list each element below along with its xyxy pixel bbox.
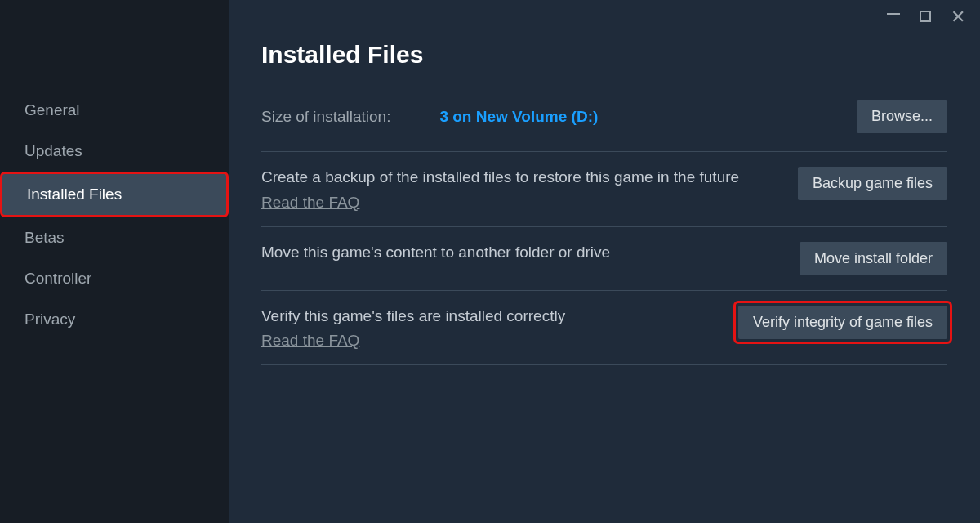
- verify-row: Verify this game's files are installed c…: [261, 291, 947, 365]
- sidebar-item-installed-files[interactable]: Installed Files: [0, 172, 229, 217]
- divider: [261, 364, 947, 365]
- sidebar-item-privacy[interactable]: Privacy: [0, 299, 229, 340]
- sidebar-item-label: Installed Files: [27, 186, 122, 203]
- sidebar-item-label: Updates: [24, 142, 82, 159]
- sidebar-item-label: Controller: [24, 270, 91, 287]
- browse-button[interactable]: Browse...: [857, 100, 947, 133]
- sidebar-item-general[interactable]: General: [0, 90, 229, 131]
- sidebar-item-label: General: [24, 101, 80, 118]
- verify-faq-link[interactable]: Read the FAQ: [261, 332, 359, 350]
- sidebar-item-label: Privacy: [24, 311, 75, 328]
- close-button[interactable]: ✕: [951, 8, 965, 26]
- page-title: Installed Files: [261, 41, 947, 69]
- sidebar-item-betas[interactable]: Betas: [0, 217, 229, 258]
- close-icon: ✕: [951, 7, 965, 27]
- verify-button-wrap: Verify integrity of game files: [738, 306, 947, 339]
- move-row: Move this game's content to another fold…: [261, 227, 947, 290]
- backup-row: Create a backup of the installed files t…: [261, 152, 947, 226]
- backup-desc: Create a backup of the installed files t…: [261, 167, 751, 189]
- backup-button[interactable]: Backup game files: [798, 167, 947, 200]
- move-desc: Move this game's content to another fold…: [261, 242, 751, 264]
- size-label: Size of installation:: [261, 108, 390, 126]
- minimize-button[interactable]: [887, 8, 900, 26]
- verify-desc: Verify this game's files are installed c…: [261, 306, 738, 328]
- move-row-left: Move this game's content to another fold…: [261, 242, 751, 264]
- install-location-link[interactable]: 3 on New Volume (D:): [439, 108, 598, 126]
- maximize-icon: [920, 11, 931, 22]
- main-panel: ✕ Installed Files Size of installation: …: [229, 0, 980, 523]
- size-row-left: Size of installation: 3 on New Volume (D…: [261, 108, 857, 126]
- sidebar-item-updates[interactable]: Updates: [0, 131, 229, 172]
- sidebar-item-label: Betas: [24, 229, 65, 246]
- size-row: Size of installation: 3 on New Volume (D…: [261, 100, 947, 151]
- backup-faq-link[interactable]: Read the FAQ: [261, 194, 359, 212]
- verify-row-left: Verify this game's files are installed c…: [261, 306, 738, 351]
- move-button[interactable]: Move install folder: [800, 242, 947, 275]
- settings-sidebar: General Updates Installed Files Betas Co…: [0, 0, 229, 523]
- window-controls: ✕: [887, 8, 965, 26]
- maximize-button[interactable]: [920, 8, 931, 26]
- app-window: General Updates Installed Files Betas Co…: [0, 0, 980, 523]
- minimize-icon: [887, 13, 900, 15]
- backup-row-left: Create a backup of the installed files t…: [261, 167, 751, 212]
- verify-button[interactable]: Verify integrity of game files: [738, 306, 947, 339]
- sidebar-item-controller[interactable]: Controller: [0, 258, 229, 299]
